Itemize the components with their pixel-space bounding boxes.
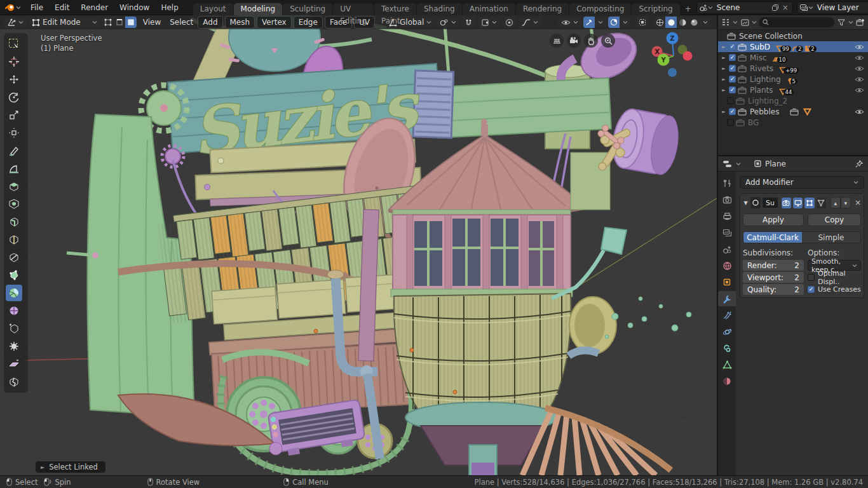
outliner-editor-type-button[interactable]: [721, 17, 731, 27]
menu-edit[interactable]: Edit: [49, 3, 75, 12]
modifier-delete-button[interactable]: ×: [855, 198, 861, 207]
tool-spin[interactable]: [6, 285, 22, 301]
snap-toggle[interactable]: [461, 17, 476, 28]
tool-move[interactable]: [6, 71, 22, 88]
tab-constraints[interactable]: [718, 341, 736, 356]
tool-cursor[interactable]: [6, 53, 22, 70]
menu-render[interactable]: Render: [75, 3, 114, 12]
new-scene-button[interactable]: [770, 3, 780, 13]
shading-material-button[interactable]: [677, 17, 688, 28]
tab-sculpting[interactable]: Sculpting: [283, 3, 332, 15]
scene-selector[interactable]: Scene ×: [696, 1, 793, 14]
tab-tool[interactable]: [718, 175, 736, 191]
proportional-editing-toggle[interactable]: [502, 17, 517, 28]
menu-vertex[interactable]: Vertex: [257, 16, 292, 29]
visibility-dropdown[interactable]: [558, 17, 581, 28]
tab-texture-paint[interactable]: Texture Paint: [374, 3, 416, 15]
row-checkbox[interactable]: ✓: [729, 65, 736, 72]
hide-eye-icon[interactable]: [855, 65, 864, 72]
modifier-move-down-button[interactable]: ▼: [841, 197, 851, 208]
outliner-row-lighting[interactable]: ► ✓ Lighting 5: [718, 74, 868, 85]
tool-select-box[interactable]: [6, 36, 22, 52]
snap-settings-dropdown[interactable]: [478, 17, 500, 28]
blender-logo-icon[interactable]: [5, 3, 21, 12]
tab-view-layer[interactable]: [718, 225, 736, 240]
tab-particles[interactable]: [718, 308, 736, 323]
tool-rotate[interactable]: [6, 89, 22, 105]
catmull-clark-button[interactable]: Catmull-Clark: [743, 232, 802, 243]
editor-type-button[interactable]: [4, 17, 27, 28]
render-subdivisions-field[interactable]: Render:2: [743, 260, 804, 271]
row-checkbox[interactable]: ✓: [729, 86, 736, 93]
operator-panel[interactable]: ► Select Linked: [36, 461, 105, 473]
tool-loop-cut[interactable]: [6, 231, 22, 248]
menu-mesh[interactable]: Mesh: [225, 16, 255, 29]
simple-button[interactable]: Simple: [802, 232, 860, 243]
outliner-filter-button[interactable]: [836, 17, 846, 27]
tab-animation[interactable]: Animation: [463, 3, 515, 15]
pin-icon[interactable]: [854, 159, 864, 169]
tab-object-data[interactable]: [718, 357, 736, 372]
tab-modeling[interactable]: Modeling: [234, 3, 283, 15]
modifier-on-cage-toggle[interactable]: [817, 198, 826, 208]
viewport-canvas[interactable]: Suzie's: [0, 15, 717, 475]
menu-file[interactable]: File: [25, 3, 49, 12]
menu-select[interactable]: Select: [165, 17, 198, 28]
tool-rip-region[interactable]: [6, 374, 22, 390]
tool-measure[interactable]: [6, 160, 22, 177]
row-checkbox[interactable]: ✓: [729, 76, 736, 83]
menu-view[interactable]: View: [139, 17, 165, 28]
tool-annotate[interactable]: [6, 142, 22, 159]
tool-poly-build[interactable]: [6, 267, 22, 283]
tool-scale[interactable]: [6, 107, 22, 123]
tool-smooth[interactable]: [6, 302, 22, 319]
tool-edge-slide[interactable]: [6, 320, 22, 337]
pivot-point-selector[interactable]: [437, 17, 459, 28]
proportional-falloff-dropdown[interactable]: [519, 17, 541, 28]
row-checkbox[interactable]: [727, 119, 734, 126]
copy-button[interactable]: Copy: [808, 214, 861, 226]
tool-inset-faces[interactable]: [6, 196, 22, 212]
tab-world[interactable]: [718, 258, 736, 273]
quality-field[interactable]: Quality:2: [743, 284, 804, 295]
mode-selector[interactable]: Edit Mode: [29, 17, 100, 28]
expand-icon[interactable]: ►: [721, 44, 727, 50]
edge-select-button[interactable]: [114, 17, 125, 28]
zoom-view-button[interactable]: [601, 34, 615, 48]
modifier-name-field[interactable]: Su: [763, 198, 777, 208]
menu-add[interactable]: Add: [198, 16, 222, 29]
row-checkbox[interactable]: ✓: [729, 54, 736, 61]
overlays-dropdown[interactable]: [620, 17, 631, 28]
outliner-row-subd[interactable]: ► ✓ SubD 99 2 2: [718, 41, 868, 52]
modifier-render-toggle[interactable]: [782, 198, 791, 208]
tab-scripting[interactable]: Scripting: [632, 3, 679, 15]
modifier-move-up-button[interactable]: ▲: [831, 197, 841, 208]
face-select-button[interactable]: [125, 17, 137, 28]
hide-eye-icon[interactable]: [855, 87, 864, 93]
add-modifier-dropdown[interactable]: Add Modifier: [740, 176, 864, 189]
camera-view-button[interactable]: [567, 34, 581, 48]
outliner-row-scene-collection[interactable]: Scene Collection: [718, 30, 868, 41]
xray-toggle[interactable]: [637, 17, 648, 28]
tab-uv-editing[interactable]: UV Editing: [333, 3, 374, 15]
use-creases-checkbox[interactable]: ✓ Use Creases: [808, 284, 861, 295]
shading-rendered-button[interactable]: [688, 17, 700, 28]
menu-help[interactable]: Help: [155, 3, 184, 12]
add-workspace-button[interactable]: +: [681, 3, 696, 15]
hide-eye-icon[interactable]: [855, 55, 864, 61]
gizmos-dropdown[interactable]: [595, 17, 606, 28]
tab-compositing[interactable]: Compositing: [569, 3, 631, 15]
tool-bevel[interactable]: [6, 214, 22, 230]
view-layer-selector[interactable]: View Layer ×: [797, 1, 868, 14]
tab-output[interactable]: [718, 208, 736, 224]
tab-render[interactable]: [718, 192, 736, 207]
properties-editor-type-button[interactable]: [722, 159, 732, 169]
navigation-gizmo[interactable]: Z X Y: [643, 29, 698, 78]
hide-eye-icon[interactable]: [855, 44, 864, 50]
menu-edge[interactable]: Edge: [294, 16, 323, 29]
unlink-scene-button[interactable]: ×: [780, 3, 790, 13]
outliner-row-lighting-2[interactable]: Lighting_2: [718, 95, 868, 106]
tool-knife[interactable]: [6, 249, 22, 266]
shading-wireframe-button[interactable]: [654, 17, 665, 28]
outliner-row-rivets[interactable]: ► ✓ Rivets +99: [718, 63, 868, 74]
